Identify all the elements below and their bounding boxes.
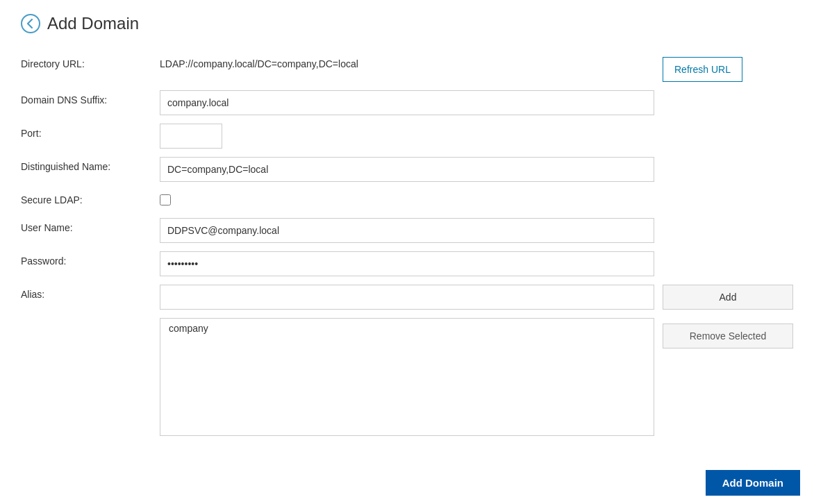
alias-listbox-field: company xyxy=(160,314,654,440)
secure-ldap-checkbox[interactable] xyxy=(160,194,171,205)
password-label: Password: xyxy=(21,247,160,275)
title-row: Add Domain xyxy=(21,14,793,33)
refresh-url-action: Refresh URL xyxy=(654,50,793,86)
domain-dns-suffix-input[interactable] xyxy=(160,90,654,115)
page-container: Add Domain Directory URL: LDAP://company… xyxy=(0,0,814,454)
distinguished-name-field xyxy=(160,153,654,186)
form-grid: Directory URL: LDAP://company.local/DC=c… xyxy=(21,50,793,440)
distinguished-name-action xyxy=(654,153,793,161)
domain-dns-suffix-label: Domain DNS Suffix: xyxy=(21,86,160,114)
password-action xyxy=(654,247,793,255)
alias-listbox-item[interactable]: company xyxy=(166,321,648,335)
secure-ldap-label: Secure LDAP: xyxy=(21,186,160,214)
bottom-bar: Add Domain xyxy=(692,462,814,504)
remove-selected-button[interactable]: Remove Selected xyxy=(663,324,793,348)
svg-point-0 xyxy=(22,15,40,33)
domain-dns-suffix-action xyxy=(654,86,793,94)
directory-url-label: Directory URL: xyxy=(21,50,160,78)
alias-label: Alias: xyxy=(21,280,160,308)
alias-field xyxy=(160,280,654,314)
page-title: Add Domain xyxy=(47,14,139,33)
port-action xyxy=(654,119,793,128)
user-name-action xyxy=(654,214,793,222)
user-name-field xyxy=(160,214,654,247)
directory-url-value: LDAP://company.local/DC=company,DC=local xyxy=(160,50,654,78)
alias-add-action: Add xyxy=(654,280,793,314)
add-alias-button[interactable]: Add xyxy=(663,285,793,310)
distinguished-name-label: Distinguished Name: xyxy=(21,153,160,180)
add-domain-button[interactable]: Add Domain xyxy=(706,470,800,496)
secure-ldap-field xyxy=(160,186,654,214)
user-name-label: User Name: xyxy=(21,214,160,242)
port-input[interactable] xyxy=(160,124,222,149)
secure-ldap-action xyxy=(654,186,793,194)
password-field xyxy=(160,247,654,280)
alias-listbox[interactable]: company xyxy=(160,318,654,436)
refresh-url-button[interactable]: Refresh URL xyxy=(663,57,742,82)
port-label: Port: xyxy=(21,119,160,147)
user-name-input[interactable] xyxy=(160,218,654,243)
domain-dns-suffix-field xyxy=(160,86,654,119)
alias-input[interactable] xyxy=(160,285,654,310)
alias-remove-action: Remove Selected xyxy=(654,314,793,353)
password-input[interactable] xyxy=(160,251,654,276)
alias-list-label-spacer xyxy=(21,314,160,342)
distinguished-name-input[interactable] xyxy=(160,157,654,182)
port-field xyxy=(160,119,654,153)
back-icon[interactable] xyxy=(21,14,40,33)
